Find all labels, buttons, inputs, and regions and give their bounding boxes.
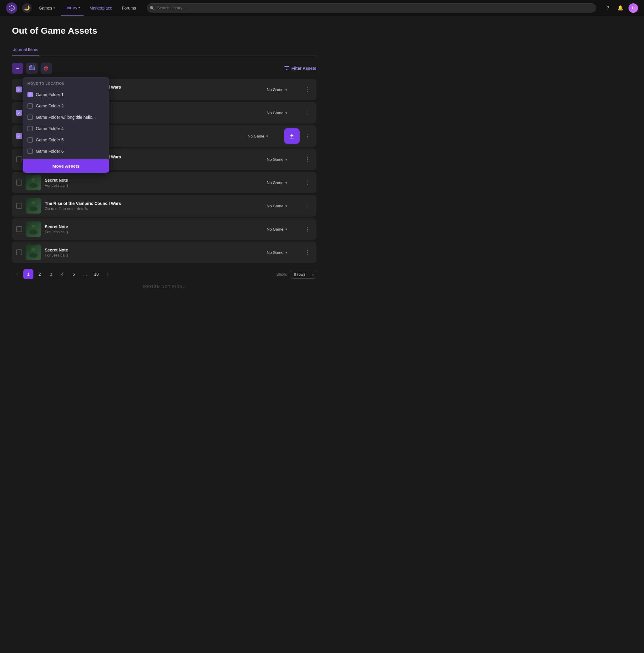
pagination-page-4[interactable]: 4: [57, 269, 68, 279]
dropdown-title: MOVE TO LOCATION: [23, 82, 109, 89]
row-more-button[interactable]: ⋮: [303, 248, 312, 257]
folder-checkbox[interactable]: [27, 137, 33, 143]
game-label: No Game: [267, 88, 284, 92]
asset-thumbnail: [26, 198, 41, 214]
move-to-location-dropdown: MOVE TO LOCATION Game Folder 1Game Folde…: [23, 77, 109, 173]
delete-button[interactable]: 🗑: [41, 63, 52, 74]
upload-button[interactable]: [284, 128, 300, 144]
pagination-page-10[interactable]: 10: [91, 269, 101, 279]
row-checkbox[interactable]: [16, 249, 22, 256]
move-assets-button[interactable]: Move Assets: [23, 159, 109, 173]
svg-point-20: [29, 183, 38, 188]
search-bar: 🔍: [147, 3, 596, 13]
folder-checkbox[interactable]: [27, 92, 33, 97]
row-info: Secret NoteFor Jessica :): [45, 248, 263, 258]
row-more-button[interactable]: ⋮: [303, 85, 312, 94]
row-game-selector[interactable]: No Game▾: [248, 134, 281, 139]
dropdown-folder-item[interactable]: Game Folder 5: [23, 134, 109, 146]
game-label: No Game: [267, 180, 284, 185]
game-label: No Game: [248, 134, 264, 139]
deselect-button[interactable]: −: [12, 63, 23, 74]
nav-games[interactable]: Games ▾: [35, 1, 58, 15]
help-button[interactable]: ?: [603, 4, 612, 13]
folder-checkbox[interactable]: [27, 126, 33, 131]
search-icon: 🔍: [150, 6, 154, 10]
row-checkbox[interactable]: [16, 87, 22, 93]
folder-icon: ↑: [29, 65, 35, 72]
game-label: No Game: [267, 111, 284, 115]
pagination-page-1[interactable]: 1: [23, 269, 33, 279]
asset-thumbnail: [26, 245, 41, 260]
row-checkbox[interactable]: [16, 156, 22, 162]
rows-select[interactable]: 8 rows16 rows32 rows: [290, 270, 316, 279]
dropdown-folder-item[interactable]: Game Folder 1: [23, 89, 109, 100]
folder-label: Game Folder 1: [36, 92, 64, 97]
chevron-down-icon: ▾: [266, 134, 268, 139]
nav-forums[interactable]: Forums: [118, 1, 139, 15]
pagination-prev[interactable]: ‹: [12, 269, 22, 279]
row-name: Secret Note: [45, 178, 263, 183]
show-label: Show:: [276, 272, 287, 276]
trash-icon: 🗑: [44, 65, 49, 72]
tab-journal-items[interactable]: Journal Items: [12, 44, 40, 55]
search-input[interactable]: [147, 3, 596, 13]
avatar[interactable]: U: [628, 3, 638, 13]
row-checkbox[interactable]: [16, 110, 22, 116]
row-game-selector[interactable]: No Game▾: [267, 157, 300, 162]
logo[interactable]: 20: [6, 2, 17, 14]
chevron-down-icon: ▾: [285, 111, 287, 115]
pagination-page-3[interactable]: 3: [46, 269, 56, 279]
nav-library[interactable]: Library ▾: [61, 1, 84, 16]
pagination-bar: ‹12345...10› Show: 8 rows16 rows32 rows …: [12, 263, 316, 282]
move-to-folder-button[interactable]: ↑: [26, 63, 38, 74]
row-more-button[interactable]: ⋮: [303, 178, 312, 187]
table-row: Secret NoteFor Jessica :)No Game▾⋮: [12, 242, 316, 263]
row-game-selector[interactable]: No Game▾: [267, 204, 300, 208]
svg-text:↑: ↑: [33, 65, 34, 67]
row-game-selector[interactable]: No Game▾: [267, 250, 300, 255]
pagination-page-2[interactable]: 2: [34, 269, 45, 279]
row-game-selector[interactable]: No Game▾: [267, 88, 300, 92]
dropdown-folder-item[interactable]: Game Folder 6: [23, 146, 109, 157]
dropdown-folder-item[interactable]: Game Folder 4: [23, 123, 109, 134]
row-more-button[interactable]: ⋮: [303, 108, 312, 117]
minus-icon: −: [16, 65, 19, 72]
pagination-ellipsis: ...: [80, 269, 90, 279]
row-game-selector[interactable]: No Game▾: [267, 111, 300, 115]
svg-text:20: 20: [10, 7, 13, 10]
theme-toggle[interactable]: 🌙: [22, 3, 32, 13]
filter-assets-button[interactable]: Filter Assets: [284, 65, 316, 72]
row-name: The Rise of the Vampiric Council Wars: [45, 201, 263, 206]
pagination-page-5[interactable]: 5: [69, 269, 79, 279]
toolbar: − ↑ 🗑 MOVE TO LO: [12, 63, 316, 74]
chevron-down-icon: ▾: [285, 227, 287, 232]
pagination-next[interactable]: ›: [103, 269, 113, 279]
dropdown-folder-item[interactable]: Game Folder w/ long title hello...: [23, 112, 109, 123]
row-game-selector[interactable]: No Game▾: [267, 227, 300, 232]
chevron-down-icon: ▾: [285, 204, 287, 208]
row-desc: Go to edit to enter details: [45, 207, 263, 211]
svg-point-29: [29, 253, 38, 258]
folder-checkbox[interactable]: [27, 103, 33, 108]
folder-checkbox[interactable]: [27, 115, 33, 120]
row-more-button[interactable]: ⋮: [303, 131, 312, 141]
nav-marketplace[interactable]: Marketplace: [86, 1, 116, 15]
row-checkbox[interactable]: [16, 226, 22, 232]
folder-label: Game Folder 5: [36, 138, 64, 142]
table-row: The Rise of the Vampiric Council WarsGo …: [12, 195, 316, 217]
game-label: No Game: [267, 157, 284, 162]
row-checkbox[interactable]: [16, 179, 22, 186]
chevron-down-icon: ▾: [285, 250, 287, 255]
row-more-button[interactable]: ⋮: [303, 155, 312, 164]
folder-checkbox[interactable]: [27, 149, 33, 154]
row-more-button[interactable]: ⋮: [303, 201, 312, 210]
svg-point-23: [29, 207, 38, 211]
notifications-button[interactable]: 🔔: [616, 4, 625, 13]
row-checkbox[interactable]: [16, 203, 22, 209]
chevron-down-icon: ▾: [285, 180, 287, 185]
row-more-button[interactable]: ⋮: [303, 225, 312, 234]
row-game-selector[interactable]: No Game▾: [267, 180, 300, 185]
row-checkbox[interactable]: [16, 133, 22, 139]
folder-label: Game Folder w/ long title hello...: [36, 115, 96, 120]
dropdown-folder-item[interactable]: Game Folder 2: [23, 100, 109, 112]
